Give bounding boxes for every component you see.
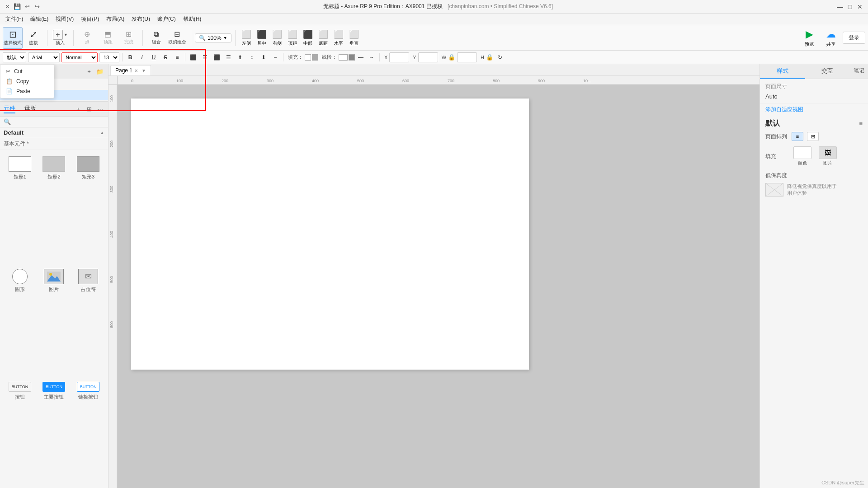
add-page-button[interactable]: +: [85, 67, 94, 76]
stroke-end-button[interactable]: →: [367, 52, 377, 62]
align-center-button[interactable]: ⬛ 居中: [255, 28, 269, 48]
show-button[interactable]: ⊞ 完成: [119, 27, 139, 49]
rotate-button[interactable]: ↻: [495, 52, 505, 62]
text-decrease-button[interactable]: −: [270, 52, 280, 62]
redo-icon[interactable]: ↪: [33, 3, 41, 10]
align-text-right-button[interactable]: ⬛: [212, 52, 222, 62]
default-settings-icon[interactable]: ≡: [859, 120, 863, 127]
align-middle-button[interactable]: ⬛ 中部: [301, 28, 315, 48]
valign-middle-button[interactable]: ↕: [247, 52, 257, 62]
save-icon[interactable]: 💾: [14, 3, 21, 10]
tab-style[interactable]: 样式: [760, 64, 805, 79]
style-select[interactable]: 默认: [3, 52, 26, 62]
login-button[interactable]: 登录: [843, 32, 865, 44]
align-bottom-button[interactable]: ⬜ 底距: [316, 28, 330, 48]
align-vertical-button[interactable]: ⬜ 垂直: [347, 28, 361, 48]
undo-icon[interactable]: ↩: [24, 3, 31, 10]
weight-select[interactable]: Normal: [61, 52, 98, 62]
comp-item-circle[interactable]: 圆形: [4, 266, 36, 377]
strikethrough-button[interactable]: S: [160, 52, 170, 62]
folder-page-button[interactable]: 📁: [95, 67, 104, 76]
x-input[interactable]: [389, 52, 409, 62]
fill-image-option[interactable]: 🖼 图片: [817, 145, 839, 168]
uncombine-button[interactable]: ⊟ 取消组合: [167, 27, 187, 49]
comp-item-rect1[interactable]: 矩形1: [4, 154, 36, 264]
insert-button[interactable]: + ▼ 插入: [51, 27, 70, 49]
bold-button[interactable]: B: [125, 52, 135, 62]
menu-edit[interactable]: 编辑(E): [27, 14, 52, 24]
comp-item-rect2[interactable]: 矩形2: [38, 154, 71, 264]
share-button[interactable]: ☁ 共享: [821, 27, 841, 49]
connect-button[interactable]: ⤢ 连接: [24, 27, 43, 49]
comp-item-rect3[interactable]: 矩形3: [72, 154, 104, 264]
close-button[interactable]: ✕: [855, 2, 864, 11]
comp-item-btn-link[interactable]: BUTTON 链接按钮: [72, 379, 104, 484]
comp-item-placeholder[interactable]: ✉ 占位符: [72, 266, 104, 377]
tab-notes[interactable]: 笔记: [850, 64, 868, 79]
justify-button[interactable]: ☰: [223, 52, 233, 62]
add-comp-button[interactable]: +: [74, 104, 83, 113]
comp-item-image[interactable]: 图片: [38, 266, 71, 377]
y-input[interactable]: [418, 52, 438, 62]
w-input[interactable]: [457, 52, 477, 62]
zoom-icon: 🔍: [199, 35, 206, 41]
canvas-wrapper[interactable]: 0 100 200 300 400 500 600 700 800 900 10…: [108, 76, 760, 488]
comp-library-select[interactable]: Default ▲: [0, 127, 108, 138]
menu-view[interactable]: 视图(V): [52, 14, 77, 24]
stroke-width-box[interactable]: [339, 54, 348, 61]
size-select[interactable]: 13: [99, 52, 119, 62]
comp-search-input[interactable]: [13, 119, 104, 125]
menu-file[interactable]: 文件(F): [2, 14, 27, 24]
menu-account[interactable]: 账户(C): [154, 14, 179, 24]
align-right-button[interactable]: ⬜ 右侧: [270, 28, 284, 48]
align-horizontal-button[interactable]: ⬜ 水平: [331, 28, 346, 48]
tab-masters[interactable]: 母版: [24, 104, 36, 113]
valign-top-button[interactable]: ⬆: [235, 52, 245, 62]
top-button[interactable]: ⬒ 顶距: [98, 27, 118, 49]
minimize-button[interactable]: —: [835, 2, 844, 11]
select-mode-button[interactable]: ⊡ 选择模式: [3, 27, 23, 49]
maximize-button[interactable]: □: [845, 2, 854, 11]
stroke-color-box[interactable]: [349, 54, 355, 61]
font-select[interactable]: Arial: [28, 52, 60, 62]
copy-comp-button[interactable]: ⊞: [85, 104, 94, 113]
cut-menu-item[interactable]: ✂ Cut: [0, 66, 54, 76]
comp-item-btn[interactable]: BUTTON 按钮: [4, 379, 36, 484]
stroke-style-button[interactable]: —: [356, 52, 366, 62]
preview-button[interactable]: ▶ 预览: [799, 27, 819, 49]
menu-publish[interactable]: 发布(U): [128, 14, 154, 24]
fill-color-box[interactable]: [305, 54, 311, 61]
list-button[interactable]: ≡: [172, 52, 182, 62]
valign-bottom-button[interactable]: ⬇: [259, 52, 269, 62]
tab-interact[interactable]: 交互: [805, 64, 850, 79]
fill-color-option[interactable]: 颜色: [792, 145, 813, 168]
tab-expand-icon[interactable]: ▼: [142, 68, 146, 73]
arrange-list-button[interactable]: ≡: [792, 132, 803, 141]
copy-menu-item[interactable]: 📋 Copy: [0, 76, 54, 86]
arrange-grid-button[interactable]: ⊞: [807, 132, 819, 141]
point-button[interactable]: ⊕ 点: [77, 27, 97, 49]
menu-project[interactable]: 项目(P): [77, 14, 103, 24]
tab-close-icon[interactable]: ✕: [134, 68, 138, 73]
align-top-button[interactable]: ⬜ 顶距: [285, 28, 300, 48]
align-left-button[interactable]: ⬜ 左侧: [239, 28, 254, 48]
align-text-center-button[interactable]: ☰: [200, 52, 210, 62]
italic-button[interactable]: I: [137, 52, 147, 62]
comp-item-btn-primary[interactable]: BUTTON 主要按钮: [38, 379, 71, 484]
underline-button[interactable]: U: [149, 52, 159, 62]
menu-layout[interactable]: 布局(A): [103, 14, 128, 24]
tab-components[interactable]: 元件: [4, 104, 15, 113]
fmt-sep-2: [185, 53, 185, 61]
menu-help[interactable]: 帮助(H): [179, 14, 205, 24]
align-text-left-button[interactable]: ⬛: [188, 52, 198, 62]
more-comp-button[interactable]: ⋯: [95, 104, 104, 113]
zoom-control[interactable]: 🔍 100% ▼: [195, 33, 231, 42]
add-adaptive-link[interactable]: 添加自适应视图: [765, 106, 863, 113]
canvas-content[interactable]: [118, 85, 760, 488]
close-icon[interactable]: ✕: [4, 3, 11, 10]
combine-button[interactable]: ⧉ 组合: [146, 27, 166, 49]
canvas-tab-page1[interactable]: Page 1 ✕ ▼: [110, 65, 151, 75]
comp-tabs: 元件 母版: [4, 104, 36, 113]
paste-menu-item[interactable]: 📄 Paste: [0, 86, 54, 96]
fill-color-box2[interactable]: [312, 54, 318, 61]
